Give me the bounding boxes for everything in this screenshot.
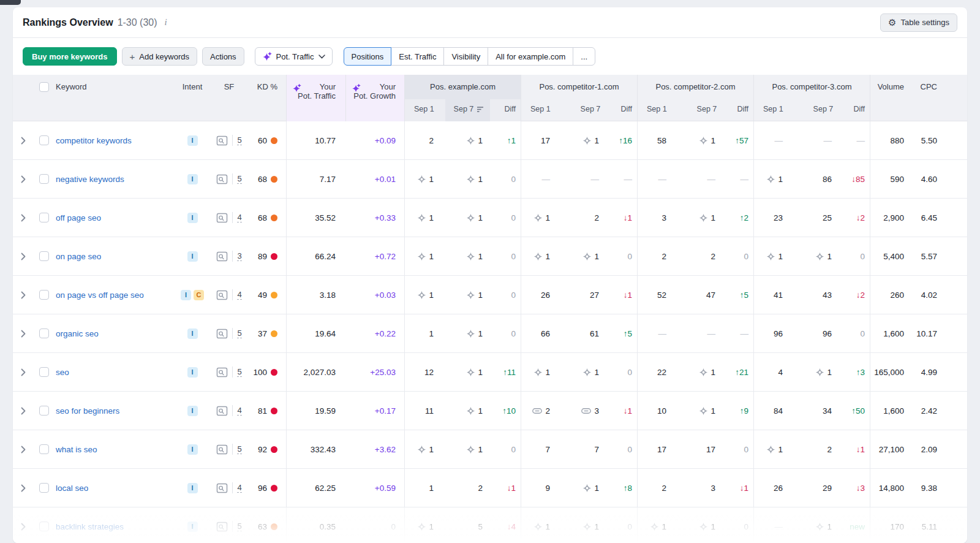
pos-group-competitor-3-title[interactable]: Pos. competitor-3.com	[754, 75, 870, 99]
pos-value: 1	[478, 406, 483, 416]
keyword-link[interactable]: negative keywords	[53, 175, 124, 184]
pos-group-competitor-2-title[interactable]: Pos. competitor-2.com	[638, 75, 753, 99]
row-checkbox[interactable]	[39, 367, 49, 377]
pos-cell-example: 1	[445, 121, 490, 160]
view-tab-all-for-example-com[interactable]: All for example.com	[488, 47, 573, 66]
row-expander[interactable]	[21, 445, 26, 454]
diff-value: —	[624, 175, 633, 184]
pos-group-example-sub-diff[interactable]: Diff	[490, 99, 521, 121]
serp-feature-position-icon	[815, 522, 824, 531]
sf-count[interactable]: 4	[237, 483, 241, 493]
keyword-link[interactable]: on page vs off page seo	[53, 290, 144, 300]
buy-more-keywords-button[interactable]: Buy more keywords	[23, 47, 117, 66]
row-expander[interactable]	[21, 406, 26, 416]
intent-badge-informational: I	[187, 444, 198, 455]
actions-button[interactable]: Actions	[202, 47, 244, 66]
pos-cell-competitor-1: 1	[561, 353, 606, 392]
table-settings-button[interactable]: ⚙ Table settings	[880, 13, 957, 32]
pos-cell-competitor-1: —	[521, 160, 561, 199]
row-expander[interactable]	[21, 484, 26, 493]
pos-group-competitor-1-sub-diff[interactable]: Diff	[606, 99, 637, 121]
cpc-cell: 4.02	[909, 276, 943, 314]
pos-group-example-sub-sep1[interactable]: Sep 1	[405, 99, 445, 121]
keyword-link[interactable]: organic seo	[53, 329, 99, 338]
row-checkbox[interactable]	[39, 290, 49, 300]
pos-empty: —	[707, 175, 716, 184]
keyword-link[interactable]: on page seo	[53, 252, 101, 261]
pos-group-competitor-2-sub-sep1[interactable]: Sep 1	[638, 99, 678, 121]
pos-group-competitor-3-sub-diff[interactable]: Diff	[839, 99, 870, 121]
expander-cell	[13, 430, 35, 469]
keyword-link[interactable]: what is seo	[53, 445, 97, 454]
pos-group-competitor-2: Pos. competitor-2.comSep 1Sep 7Diff	[637, 75, 753, 121]
view-tab-est-traffic[interactable]: Est. Traffic	[391, 47, 444, 66]
sf-count[interactable]: 5	[237, 522, 241, 531]
row-checkbox[interactable]	[39, 328, 49, 338]
pos-group-competitor-1-sub-sep7[interactable]: Sep 7	[562, 99, 607, 121]
pos-value: 1	[478, 136, 483, 145]
row-expander[interactable]	[21, 290, 26, 300]
sf-count[interactable]: 5	[237, 174, 241, 184]
sf-count[interactable]: 4	[237, 213, 241, 222]
pos-group-competitor-1-sub-sep1[interactable]: Sep 1	[521, 99, 562, 121]
add-keywords-button[interactable]: + Add keywords	[122, 47, 197, 66]
keyword-link[interactable]: off page seo	[53, 213, 101, 222]
diff-value: 0	[627, 445, 632, 454]
serp-feature-position-icon	[417, 290, 426, 300]
chevron-right-icon	[21, 330, 26, 338]
metric-dropdown[interactable]: Pot. Traffic	[255, 47, 333, 66]
sf-count[interactable]: 5	[237, 135, 241, 145]
pos-group-example-sub-sep7[interactable]: Sep 7	[445, 99, 491, 121]
row-expander[interactable]	[21, 213, 26, 222]
keyword-link[interactable]: competitor keywords	[53, 136, 132, 145]
info-icon[interactable]: i	[164, 17, 168, 28]
pos-value: 2	[827, 445, 832, 454]
keyword-link[interactable]: seo	[53, 368, 69, 377]
row-checkbox[interactable]	[39, 135, 49, 145]
serp-feature-position-icon	[466, 445, 475, 454]
pot-traffic-cell: 332.43	[286, 430, 345, 469]
cpc-cell: 6.45	[909, 199, 943, 237]
row-checkbox[interactable]	[39, 483, 49, 493]
row-checkbox[interactable]	[39, 251, 49, 261]
keyword-link[interactable]: seo for beginners	[53, 406, 119, 416]
pos-cell-example: 1	[445, 314, 490, 353]
row-checkbox[interactable]	[39, 522, 49, 531]
pos-cell-competitor-3: 1	[794, 353, 839, 392]
sf-count[interactable]: 5	[237, 328, 241, 338]
pot-growth-value: 0	[391, 522, 396, 531]
row-checkbox[interactable]	[39, 174, 49, 184]
sf-count[interactable]: 3	[237, 251, 241, 261]
sf-count[interactable]: 5	[237, 367, 241, 377]
pot-growth-value: +0.33	[375, 213, 396, 222]
row-expander[interactable]	[21, 175, 26, 184]
row-checkbox[interactable]	[39, 213, 49, 222]
sf-count[interactable]: 5	[237, 444, 241, 454]
pos-group-competitor-2-sub-sep7[interactable]: Sep 7	[678, 99, 723, 121]
row-expander[interactable]	[21, 252, 26, 261]
pot-traffic-value: 66.24	[315, 252, 336, 261]
row-checkbox[interactable]	[39, 406, 49, 416]
sf-count[interactable]: 4	[237, 406, 241, 416]
pos-group-competitor-2-sub-diff[interactable]: Diff	[723, 99, 753, 121]
keyword-link[interactable]: backlink strategies	[53, 522, 124, 531]
pos-group-competitor-3-sub-sep1[interactable]: Sep 1	[754, 99, 794, 121]
row-expander[interactable]	[21, 522, 26, 531]
kd-cell: 68	[247, 160, 286, 199]
keyword-link[interactable]: local seo	[53, 484, 88, 493]
view-tab-more[interactable]: ...	[573, 47, 595, 66]
pos-value: 4	[778, 368, 783, 377]
row-expander[interactable]	[21, 368, 26, 377]
expander-cell	[13, 392, 35, 430]
pos-group-competitor-3-sub-sep7[interactable]: Sep 7	[794, 99, 840, 121]
expander-cell	[13, 507, 35, 543]
row-expander[interactable]	[21, 329, 26, 338]
row-expander[interactable]	[21, 136, 26, 145]
row-checkbox[interactable]	[39, 444, 49, 454]
pos-cell-example: 1	[404, 469, 445, 507]
view-tab-positions[interactable]: Positions	[344, 47, 392, 66]
view-tab-visibility[interactable]: Visibility	[443, 47, 488, 66]
select-all-checkbox[interactable]	[39, 82, 49, 92]
sf-count[interactable]: 4	[237, 290, 241, 300]
pos-group-competitor-1-title[interactable]: Pos. competitor-1.com	[521, 75, 637, 99]
